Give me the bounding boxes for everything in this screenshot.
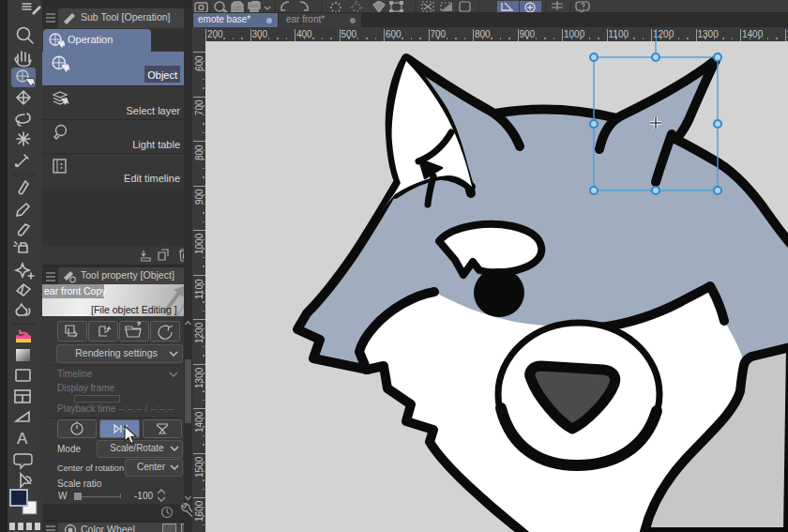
svg-text:A: A [17, 430, 28, 448]
